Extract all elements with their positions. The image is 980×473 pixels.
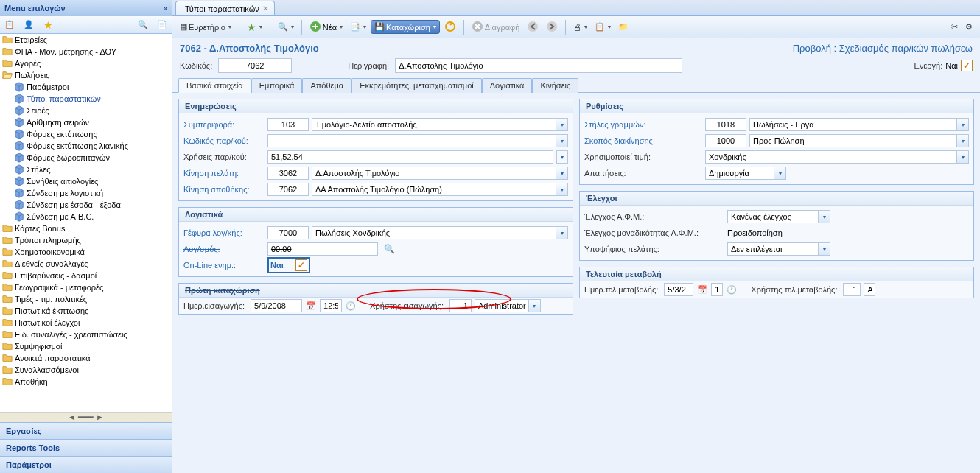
uses-price-combo[interactable]: Χονδρικής▾ bbox=[705, 150, 969, 164]
description-input[interactable] bbox=[395, 58, 682, 73]
nav-first-button[interactable] bbox=[524, 19, 542, 35]
search-button[interactable]: 🔍▾ bbox=[275, 21, 297, 33]
clock-icon[interactable]: 🕐 bbox=[345, 300, 357, 312]
search-icon[interactable]: 🔍 bbox=[136, 18, 150, 32]
tree-item[interactable]: Φόρμες εκτύπωσης bbox=[0, 128, 172, 140]
afm-check-combo[interactable]: Κανένας έλεγχος▾ bbox=[727, 210, 830, 223]
tree-item[interactable]: Συμψηφισμοί bbox=[0, 340, 172, 352]
chevron-down-icon[interactable]: ▾ bbox=[818, 211, 830, 223]
tree-item[interactable]: Παράμετροι bbox=[0, 81, 172, 93]
entry-user-combo[interactable]: Administrator▾ bbox=[475, 299, 541, 312]
clipboard-icon[interactable]: 📋 bbox=[3, 18, 16, 32]
chevron-down-icon[interactable]: ▾ bbox=[556, 119, 567, 130]
tree-item[interactable]: Επιβαρύνσεις - δασμοί bbox=[0, 270, 172, 281]
tree-item[interactable]: Πιστωτικά έκπτωσης bbox=[0, 305, 172, 317]
calendar-icon[interactable]: 📅 bbox=[696, 284, 708, 295]
change-time-input[interactable] bbox=[711, 283, 723, 296]
tree-item[interactable]: Στήλες bbox=[0, 164, 172, 175]
tree-item[interactable]: Διεθνείς συναλλαγές bbox=[0, 258, 172, 270]
copy-button[interactable]: 📑▾ bbox=[347, 21, 369, 33]
cust-move-combo[interactable]: Δ.Αποστολής Τιμολόγιο▾ bbox=[312, 167, 568, 180]
favorite-button[interactable]: ★▾ bbox=[244, 20, 265, 35]
behavior-combo[interactable]: Τιμολόγιο-Δελτίο αποστολής▾ bbox=[312, 118, 568, 131]
tree-item[interactable]: Ανοικτά παραστατικά bbox=[0, 352, 172, 364]
entry-date-input[interactable] bbox=[251, 299, 302, 312]
account-input[interactable] bbox=[267, 242, 378, 256]
entry-user-index[interactable] bbox=[449, 299, 472, 312]
horizontal-scrollbar[interactable]: ◄ ━━━ ► bbox=[0, 412, 172, 422]
chevron-down-icon[interactable]: ▾ bbox=[774, 167, 785, 179]
detail-tab[interactable]: Λογιστικά bbox=[482, 78, 533, 93]
tree-item[interactable]: Πωλήσεις bbox=[0, 69, 172, 81]
chevron-down-icon[interactable]: ▾ bbox=[556, 227, 567, 239]
document-icon[interactable]: 📄 bbox=[155, 18, 169, 32]
tree-item[interactable]: Αγορές bbox=[0, 57, 172, 69]
change-user-value[interactable] bbox=[864, 283, 875, 296]
change-user-index[interactable] bbox=[843, 283, 861, 296]
detail-tab[interactable]: Εμπορικά bbox=[251, 78, 303, 93]
settings-button[interactable]: ⚙ bbox=[962, 21, 976, 33]
detail-tab[interactable]: Απόθεμα bbox=[302, 78, 351, 93]
accordion-section[interactable]: Εργασίες bbox=[0, 422, 172, 439]
save-button[interactable]: 💾 Καταχώριση▾ bbox=[371, 20, 440, 34]
uses-input[interactable] bbox=[267, 150, 553, 164]
online-checkbox[interactable] bbox=[295, 259, 307, 271]
tree-item[interactable]: Χρηματοοικονομικά bbox=[0, 246, 172, 258]
print-button[interactable]: 🖨▾ bbox=[570, 21, 590, 33]
action-button[interactable]: 📋▾ bbox=[592, 21, 614, 33]
doc-tab-types[interactable]: Τύποι παραστατικών ✕ bbox=[175, 1, 275, 15]
nav-tree[interactable]: ΕταιρείεςΦΠΑ - Μον. μέτρησης - ΔΟΥΑγορές… bbox=[0, 34, 172, 412]
chevron-down-icon[interactable]: ▾ bbox=[556, 135, 567, 147]
refresh-button[interactable] bbox=[441, 19, 459, 35]
accordion-section[interactable]: Reports Tools bbox=[0, 439, 172, 456]
chevron-down-icon[interactable]: ▾ bbox=[956, 119, 968, 130]
uses-dropdown-button[interactable]: ▾ bbox=[556, 150, 568, 164]
tree-item[interactable]: Σειρές bbox=[0, 105, 172, 116]
doc-code-combo[interactable]: ▾ bbox=[267, 134, 568, 147]
columns-code[interactable] bbox=[705, 118, 746, 131]
code-input[interactable] bbox=[218, 58, 292, 73]
bridge-code[interactable] bbox=[267, 226, 309, 239]
tree-item[interactable]: Τιμές - τιμ. πολιτικές bbox=[0, 293, 172, 305]
tree-item[interactable]: Σύνδεση με έσοδα - έξοδα bbox=[0, 199, 172, 211]
behavior-code[interactable] bbox=[267, 118, 309, 131]
detail-tab[interactable]: Εκκρεμότητες, μετασχηματισμοί bbox=[351, 78, 482, 93]
chevron-down-icon[interactable]: ▾ bbox=[818, 243, 830, 255]
close-icon[interactable]: ✕ bbox=[262, 4, 268, 13]
stock-move-code[interactable] bbox=[267, 183, 309, 196]
tree-item[interactable]: Σύνδεση με A.B.C. bbox=[0, 211, 172, 223]
tree-item[interactable]: Φόρμες δωροεπιταγών bbox=[0, 152, 172, 164]
tree-item[interactable]: Γεωγραφικά - μεταφορές bbox=[0, 281, 172, 293]
tree-item[interactable]: Κάρτες Bonus bbox=[0, 223, 172, 234]
search-icon[interactable]: 🔍 bbox=[384, 244, 395, 254]
tree-item[interactable]: ΦΠΑ - Μον. μέτρησης - ΔΟΥ bbox=[0, 46, 172, 57]
tree-item[interactable]: Φόρμες εκτύπωσης λιανικής bbox=[0, 140, 172, 152]
tree-item[interactable]: Ειδ. συναλ/γές - χρεοπιστώσεις bbox=[0, 329, 172, 340]
purpose-combo[interactable]: Προς Πώληση▾ bbox=[749, 134, 969, 147]
chevron-down-icon[interactable]: ▾ bbox=[556, 167, 567, 179]
nav-last-button[interactable] bbox=[543, 19, 561, 35]
chevron-down-icon[interactable]: ▾ bbox=[528, 300, 540, 312]
candidate-combo[interactable]: Δεν επιλέγεται▾ bbox=[727, 242, 830, 256]
purpose-code[interactable] bbox=[705, 134, 746, 147]
calendar-icon[interactable]: 📅 bbox=[305, 300, 317, 312]
online-update-field[interactable]: Ναι bbox=[267, 257, 310, 273]
active-checkbox[interactable] bbox=[961, 60, 973, 71]
folder-button[interactable]: 📁 bbox=[615, 21, 631, 33]
star-icon[interactable]: ★ bbox=[41, 18, 55, 32]
tree-item[interactable]: Τρόποι πληρωμής bbox=[0, 234, 172, 246]
tools-button[interactable]: ✂ bbox=[948, 21, 961, 33]
bridge-combo[interactable]: Πωλήσεις Χονδρικής▾ bbox=[312, 226, 568, 239]
columns-combo[interactable]: Πωλήσεις - Εργα▾ bbox=[749, 118, 969, 131]
tree-item[interactable]: Τύποι παραστατικών bbox=[0, 93, 172, 105]
entry-time-input[interactable] bbox=[320, 299, 342, 312]
sidebar-collapse-button[interactable]: « bbox=[163, 4, 167, 13]
tree-item[interactable]: Συνήθεις αιτιολογίες bbox=[0, 175, 172, 187]
detail-tab[interactable]: Βασικά στοιχεία bbox=[178, 78, 251, 93]
chevron-down-icon[interactable]: ▾ bbox=[556, 183, 567, 195]
tree-item[interactable]: Συναλλασσόμενοι bbox=[0, 364, 172, 376]
new-button[interactable]: Νέα▾ bbox=[307, 19, 346, 35]
tree-item[interactable]: Εταιρείες bbox=[0, 34, 172, 46]
requirements-combo[interactable]: Δημιουργία▾ bbox=[705, 167, 786, 180]
cust-move-code[interactable] bbox=[267, 167, 309, 180]
